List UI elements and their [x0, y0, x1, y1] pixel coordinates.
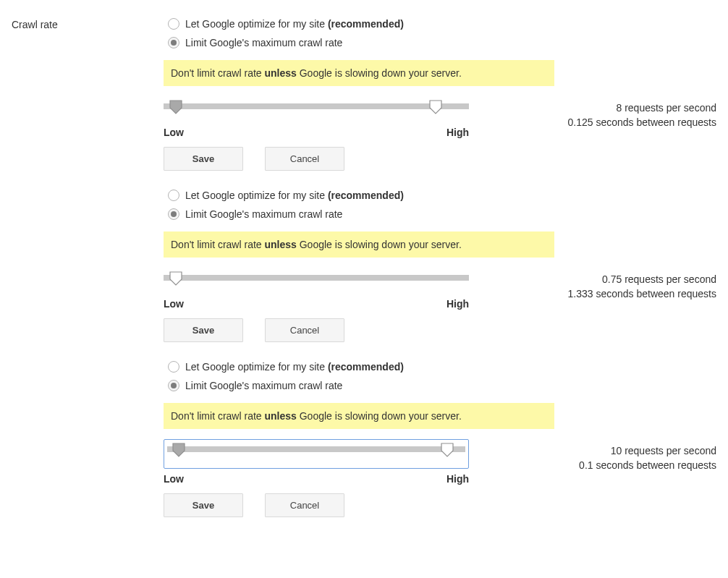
rate-summary: 10 requests per second0.1 seconds betwee… — [469, 439, 719, 472]
radio-optimize[interactable] — [168, 361, 179, 373]
slider-thumb-high[interactable] — [429, 100, 442, 113]
crawl-rate-block: Let Google optimize for my site (recomme… — [164, 187, 719, 342]
radio-optimize-label: Let Google optimize for my site (recomme… — [185, 361, 404, 373]
save-button[interactable]: Save — [164, 493, 243, 517]
rate-line-2: 1.333 seconds between requests — [469, 286, 716, 301]
radio-optimize-label: Let Google optimize for my site (recomme… — [185, 18, 404, 30]
rate-line-1: 0.75 requests per second — [469, 272, 716, 286]
slider-thumb[interactable] — [169, 271, 182, 284]
radio-limit[interactable] — [168, 37, 179, 48]
cancel-button[interactable]: Cancel — [265, 318, 344, 342]
radio-limit-label: Limit Google's maximum crawl rate — [185, 208, 342, 220]
slider-thumb-low[interactable] — [169, 100, 182, 113]
radio-limit[interactable] — [168, 380, 179, 391]
crawl-rate-block: Let Google optimize for my site (recomme… — [164, 358, 719, 517]
slider-thumb-high[interactable] — [441, 443, 454, 456]
notice-banner: Don't limit crawl rate unless Google is … — [164, 231, 554, 258]
rate-summary: 8 requests per second0.125 seconds betwe… — [469, 96, 719, 129]
slider-label-low: Low — [164, 298, 184, 310]
rate-line-2: 0.125 seconds between requests — [469, 115, 716, 129]
radio-limit-label: Limit Google's maximum crawl rate — [185, 380, 342, 391]
rate-line-2: 0.1 seconds between requests — [469, 458, 716, 472]
radio-limit-label: Limit Google's maximum crawl rate — [185, 37, 342, 48]
rate-summary: 0.75 requests per second1.333 seconds be… — [469, 268, 719, 301]
save-button[interactable]: Save — [164, 318, 243, 342]
slider-label-high: High — [446, 127, 469, 138]
notice-banner: Don't limit crawl rate unless Google is … — [164, 403, 554, 429]
radio-optimize[interactable] — [168, 190, 179, 201]
cancel-button[interactable]: Cancel — [265, 493, 344, 517]
slider-label-low: Low — [164, 473, 184, 485]
slider-thumb-low[interactable] — [172, 443, 185, 456]
section-label: Crawl rate — [12, 14, 164, 30]
crawl-rate-slider[interactable] — [164, 439, 469, 469]
radio-limit[interactable] — [168, 208, 179, 220]
rate-line-1: 8 requests per second — [469, 101, 716, 115]
radio-optimize[interactable] — [168, 18, 179, 30]
slider-label-high: High — [446, 473, 469, 485]
crawl-rate-slider[interactable] — [164, 96, 469, 122]
crawl-rate-slider[interactable] — [164, 268, 469, 294]
radio-optimize-label: Let Google optimize for my site (recomme… — [185, 190, 404, 201]
rate-line-1: 10 requests per second — [469, 443, 716, 458]
cancel-button[interactable]: Cancel — [265, 147, 344, 171]
crawl-rate-block: Let Google optimize for my site (recomme… — [164, 15, 719, 171]
save-button[interactable]: Save — [164, 147, 243, 171]
slider-label-low: Low — [164, 127, 184, 138]
notice-banner: Don't limit crawl rate unless Google is … — [164, 60, 554, 86]
slider-label-high: High — [446, 298, 469, 310]
